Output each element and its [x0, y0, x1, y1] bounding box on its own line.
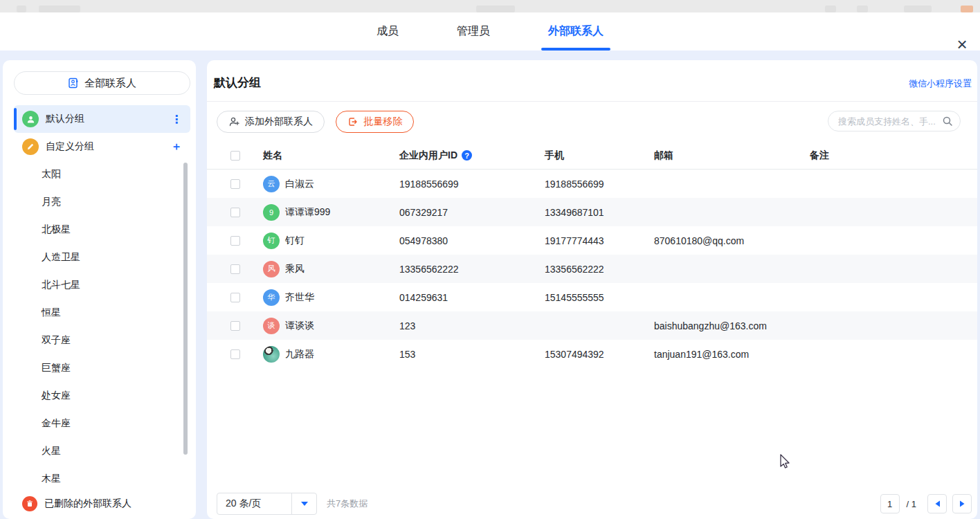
sidebar-subgroup-item[interactable]: 太阳	[14, 161, 180, 188]
current-page-box[interactable]: 1	[880, 494, 900, 513]
background-ghost-title	[476, 6, 515, 12]
sidebar-subgroup-item[interactable]: 金牛座	[14, 410, 180, 437]
sidebar-group-item[interactable]: 自定义分组＋	[14, 133, 190, 161]
modal-header: 成员管理员外部联系人 ×	[0, 12, 980, 51]
contact-name: 钉钉	[285, 235, 305, 247]
sidebar-subgroup-item[interactable]: 巨蟹座	[14, 354, 180, 382]
add-external-contact-button[interactable]: 添加外部联系人	[217, 111, 325, 133]
user-id-cell: 13356562222	[399, 264, 545, 275]
close-icon[interactable]: ×	[951, 33, 973, 55]
row-checkbox[interactable]	[230, 293, 240, 302]
page-size-value: 20 条/页	[217, 498, 291, 510]
wechat-miniprogram-settings-link[interactable]: 微信小程序设置	[909, 78, 972, 90]
row-checkbox-cell	[230, 264, 263, 274]
avatar: 9	[263, 204, 280, 221]
search-input[interactable]	[838, 116, 942, 127]
pencil-icon	[22, 138, 39, 155]
contact-name: 谭谈谈	[285, 320, 314, 332]
chevron-down-icon	[301, 502, 308, 506]
group-list: 默认分组⋮自定义分组＋	[14, 105, 190, 161]
sidebar-subgroup-item[interactable]: 处女座	[14, 382, 180, 410]
contacts-table: 姓名 企业内用户ID ? 手机 邮箱 备注 云白淑云19188556699191…	[207, 142, 977, 368]
next-page-button[interactable]	[952, 494, 972, 513]
background-ghost-icon	[857, 6, 868, 12]
batch-remove-label: 批量移除	[363, 116, 402, 128]
sidebar-group-item[interactable]: 默认分组⋮	[14, 105, 190, 133]
sidebar-subgroup-item[interactable]: 恒星	[14, 299, 180, 327]
sidebar-group-label: 自定义分组	[46, 140, 163, 153]
sidebar-subgroup-item[interactable]: 北极星	[14, 216, 180, 244]
header-phone: 手机	[545, 149, 654, 162]
table-row: 钉钉钉05497838019177774443870610180@qq.com	[207, 226, 977, 255]
sidebar-item-deleted-contacts[interactable]: 已删除的外部联系人	[14, 491, 190, 516]
header-remark: 备注	[810, 149, 977, 162]
total-count-label: 共7条数据	[327, 498, 368, 510]
user-id-cell: 067329217	[399, 207, 545, 218]
sidebar-subgroup-item[interactable]: 人造卫星	[14, 244, 180, 271]
sidebar-scrollbar[interactable]	[183, 163, 188, 455]
row-checkbox[interactable]	[230, 179, 240, 189]
help-question-icon[interactable]: ?	[462, 150, 472, 161]
sidebar-subgroup-item[interactable]: 月亮	[14, 188, 180, 216]
row-checkbox[interactable]	[230, 236, 240, 246]
row-checkbox-cell	[230, 236, 263, 246]
toolbar: 添加外部联系人 批量移除	[217, 111, 968, 133]
tab-0[interactable]: 成员	[374, 12, 401, 51]
person-add-icon	[228, 116, 240, 127]
sidebar-subgroup-item[interactable]: 北斗七星	[14, 271, 180, 299]
background-ghost-icon	[825, 6, 836, 12]
name-cell: 9谭谭谭999	[263, 204, 399, 221]
prev-page-button[interactable]	[927, 494, 947, 513]
table-header-row: 姓名 企业内用户ID ? 手机 邮箱 备注	[207, 142, 977, 170]
phone-cell: 13349687101	[545, 207, 654, 218]
batch-remove-button[interactable]: 批量移除	[336, 111, 414, 133]
sidebar-subgroup-item[interactable]: 火星	[14, 437, 180, 465]
add-button-label: 添加外部联系人	[245, 116, 313, 128]
email-cell: tanjuan191@163.com	[654, 349, 810, 360]
person-icon	[22, 111, 39, 127]
header-email: 邮箱	[654, 149, 810, 162]
all-contacts-button[interactable]: 全部联系人	[14, 71, 190, 95]
row-checkbox-cell	[230, 349, 263, 359]
user-id-cell: 054978380	[399, 235, 545, 246]
row-checkbox[interactable]	[230, 349, 240, 359]
name-cell: 风乘风	[263, 261, 399, 277]
avatar: 华	[263, 289, 280, 306]
page-size-select[interactable]: 20 条/页	[217, 493, 317, 515]
tab-1[interactable]: 管理员	[454, 12, 493, 51]
phone-cell: 13356562222	[545, 264, 654, 275]
phone-cell: 19177774443	[545, 235, 654, 246]
name-cell: 谈谭谈谈	[263, 318, 399, 334]
background-ghost-logo	[961, 6, 973, 12]
avatar-image	[263, 346, 280, 363]
pagination: 1 / 1	[880, 494, 972, 513]
table-row: 华齐世华01425963115145555555	[207, 283, 977, 311]
row-checkbox[interactable]	[230, 264, 240, 274]
sidebar-subgroup-item[interactable]: 双子座	[14, 327, 180, 354]
more-options-icon[interactable]: ⋮	[170, 113, 183, 126]
background-ghost-icon	[17, 6, 26, 12]
trash-icon	[22, 496, 37, 511]
select-all-checkbox[interactable]	[230, 151, 240, 161]
contact-name: 白淑云	[285, 178, 314, 190]
row-checkbox[interactable]	[230, 208, 240, 217]
search-icon[interactable]	[942, 116, 953, 127]
name-cell: 云白淑云	[263, 176, 399, 192]
sidebar-subgroup-item[interactable]: 木星	[14, 465, 180, 493]
all-contacts-label: 全部联系人	[84, 77, 136, 90]
dropdown-arrow-area[interactable]	[291, 493, 316, 514]
row-checkbox[interactable]	[230, 321, 240, 331]
deleted-contacts-label: 已删除的外部联系人	[44, 498, 131, 510]
add-group-icon[interactable]: ＋	[170, 140, 183, 154]
table-body: 云白淑云19188556699191885566999谭谭谭9990673292…	[207, 170, 977, 368]
tab-2[interactable]: 外部联系人	[545, 12, 606, 51]
main-panel: 默认分组 微信小程序设置 添加外部联系人 批量移除	[207, 60, 977, 519]
divider	[207, 101, 977, 102]
phone-cell: 19188556699	[545, 179, 654, 190]
group-sidebar: 全部联系人 默认分组⋮自定义分组＋ 太阳月亮北极星人造卫星北斗七星恒星双子座巨蟹…	[3, 60, 196, 519]
user-id-cell: 19188556699	[399, 179, 545, 190]
header-user-id-label: 企业内用户ID	[399, 149, 457, 162]
user-id-cell: 153	[399, 349, 545, 360]
batch-remove-icon	[347, 116, 359, 127]
table-row: 谈谭谈谈123baishubangzhu@163.com	[207, 311, 977, 340]
